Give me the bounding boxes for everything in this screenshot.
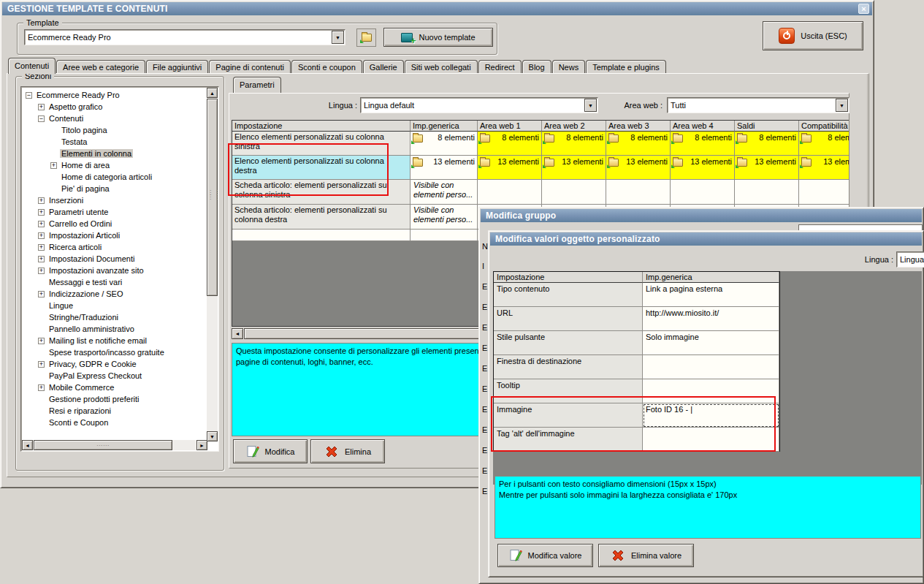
table-cell-area[interactable] — [542, 180, 606, 205]
collapse-minus-icon[interactable]: − — [26, 92, 32, 99]
tree-item-messaggi-e-testi-vari[interactable]: Messaggi e testi vari — [23, 276, 205, 288]
tree-item-lingue[interactable]: Lingue — [23, 300, 205, 311]
tree-hscroll-thumb[interactable]: ⋯⋯ — [34, 440, 172, 450]
table-row-label[interactable]: Scheda articolo: elementi personalizzati… — [232, 205, 411, 230]
valori-row-label[interactable]: Tipo contenuto — [494, 283, 643, 307]
tree-item-pannello-amministrativo[interactable]: Pannello amministrativo — [23, 323, 205, 335]
tree-item-sconti-e-coupon[interactable]: Sconti e Coupon — [23, 417, 205, 428]
tab-parametri[interactable]: Parametri — [233, 77, 281, 93]
tree-item-testata[interactable]: Testata — [23, 136, 205, 148]
tree-item-ecommerce-ready-pro[interactable]: −Ecommerce Ready Pro — [23, 89, 205, 101]
tree-vscroll-thumb[interactable]: ⋮⋮⋮⋮ — [207, 99, 218, 296]
table-cell-area[interactable]: 8 elementi — [606, 132, 671, 156]
new-template-button[interactable]: + Nuovo template — [383, 28, 493, 47]
tree-item-parametri-utente[interactable]: +Parametri utente — [23, 206, 205, 218]
tree-item-resi-e-riparazioni[interactable]: Resi e riparazioni — [23, 405, 205, 417]
tree-item-impostazioni-documenti[interactable]: +Impostazioni Documenti — [23, 253, 205, 265]
expand-plus-icon[interactable]: + — [38, 268, 45, 274]
expand-plus-icon[interactable]: + — [38, 256, 45, 262]
table-cell-area[interactable]: 13 elementi — [671, 156, 735, 180]
tree-item-gestione-prodotti-preferiti[interactable]: Gestione prodotti preferiti — [23, 393, 205, 405]
expand-plus-icon[interactable]: + — [38, 338, 45, 344]
tab-gallerie[interactable]: Gallerie — [363, 60, 404, 74]
table-cell-area[interactable] — [671, 180, 735, 205]
open-template-folder-button[interactable] — [356, 29, 376, 47]
table-cell-area[interactable]: 8 elementi — [671, 132, 735, 156]
scroll-left-icon[interactable]: ◄ — [22, 440, 33, 450]
collapse-minus-icon[interactable]: − — [38, 115, 45, 122]
tree-item-home-di-area[interactable]: +Home di area — [23, 159, 205, 171]
tab-news[interactable]: News — [552, 60, 586, 74]
chevron-down-icon[interactable]: ▼ — [332, 31, 344, 44]
elimina-valore-button[interactable]: Elimina valore — [598, 544, 694, 567]
expand-plus-icon[interactable]: + — [38, 209, 45, 216]
tab-aree-web-e-categorie[interactable]: Aree web e categorie — [56, 60, 145, 74]
scroll-up-icon[interactable]: ▲ — [207, 88, 218, 98]
tree-item-mobile-commerce[interactable]: +Mobile Commerce — [23, 382, 205, 393]
modifica-valore-button[interactable]: Modifica valore — [497, 544, 593, 567]
areaweb-combobox[interactable]: Tutti ▼ — [667, 97, 849, 113]
tab-sconti-e-coupon[interactable]: Sconti e coupon — [291, 60, 362, 74]
gruppo-titlebar[interactable]: Modifica gruppo — [481, 209, 922, 222]
table-cell-area[interactable]: 8 elementi — [799, 132, 849, 156]
expand-plus-icon[interactable]: + — [38, 244, 45, 251]
tab-siti-web-collegati[interactable]: Siti web collegati — [405, 60, 478, 74]
table-cell-area[interactable] — [606, 180, 671, 205]
table-cell-generic[interactable]: 13 elementi — [411, 156, 478, 180]
tab-redirect[interactable]: Redirect — [478, 60, 522, 74]
table-cell-area[interactable]: 8 elementi — [735, 132, 799, 156]
table-cell-generic[interactable]: Visibile con elementi perso... — [411, 180, 478, 205]
column-header-imp-generica[interactable]: Imp.generica — [643, 272, 779, 283]
table-cell-generic[interactable]: Visibile con elementi perso... — [411, 205, 478, 230]
tree-item-impostazioni-articoli[interactable]: +Impostazioni Articoli — [23, 230, 205, 241]
tree-item-indicizzazione-seo[interactable]: +Indicizzazione / SEO — [23, 288, 205, 300]
expand-plus-icon[interactable]: + — [38, 384, 45, 391]
tree-item-mailing-list-e-notifiche-email[interactable]: +Mailing list e notifiche email — [23, 335, 205, 346]
valori-row-value[interactable]: http://www.miosito.it/ — [643, 307, 779, 331]
table-cell-empty[interactable] — [232, 230, 411, 241]
scroll-left-icon[interactable]: ◄ — [232, 328, 243, 339]
tree-item-carrello-ed-ordini[interactable]: +Carrello ed Ordini — [23, 218, 205, 230]
tree-item-stringhe-traduzioni[interactable]: Stringhe/Traduzioni — [23, 311, 205, 323]
table-cell-area[interactable] — [735, 180, 799, 205]
column-header-compatibilit[interactable]: Compatibilità — [799, 121, 849, 132]
tree-item-ricerca-articoli[interactable]: +Ricerca articoli — [23, 241, 205, 253]
table-cell-area[interactable]: 13 elementi — [478, 156, 542, 180]
main-titlebar[interactable]: GESTIONE TEMPLATE E CONTENUTI × — [2, 2, 872, 15]
expand-plus-icon[interactable]: + — [38, 221, 45, 227]
column-header-area-web-3[interactable]: Area web 3 — [606, 121, 671, 132]
tree-item-aspetto-grafico[interactable]: +Aspetto grafico — [23, 101, 205, 113]
table-cell-area[interactable]: 8 elementi — [478, 132, 542, 156]
column-header-area-web-2[interactable]: Area web 2 — [542, 121, 606, 132]
table-cell-area[interactable]: 13 elementi — [799, 156, 849, 180]
expand-plus-icon[interactable]: + — [38, 197, 45, 204]
scroll-right-icon[interactable]: ► — [196, 440, 207, 450]
tab-blog[interactable]: Blog — [522, 60, 551, 74]
tree-item-spese-trasporto-incasso-gratuite[interactable]: Spese trasporto/incasso gratuite — [23, 346, 205, 358]
chevron-down-icon[interactable]: ▼ — [584, 99, 597, 112]
valori-row-value[interactable]: Link a pagina esterna — [643, 283, 779, 307]
chevron-down-icon[interactable]: ▼ — [836, 99, 848, 112]
table-cell-area[interactable]: 13 elementi — [606, 156, 671, 180]
column-header-saldi[interactable]: Saldi — [735, 121, 799, 132]
valori-titlebar[interactable]: Modifica valori oggetto personalizzato — [490, 232, 922, 246]
valori-row-value[interactable]: Solo immagine — [643, 331, 779, 355]
lingua-combobox[interactable]: Lingua default ▼ — [360, 97, 598, 113]
column-header-area-web-1[interactable]: Area web 1 — [478, 121, 542, 132]
table-cell-generic[interactable]: 8 elementi — [411, 132, 478, 156]
tree-vscrollbar[interactable]: ▲ ⋮⋮⋮⋮ ▼ — [207, 88, 218, 441]
tree-item-impostazioni-avanzate-sito[interactable]: +Impostazioni avanzate sito — [23, 265, 205, 276]
table-cell-area[interactable] — [799, 180, 849, 205]
table-cell-area[interactable]: 13 elementi — [735, 156, 799, 180]
tab-file-aggiuntivi[interactable]: File aggiuntivi — [146, 60, 208, 74]
tree-item-home-di-categoria-articoli[interactable]: Home di categoria articoli — [23, 171, 205, 183]
table-cell-area[interactable] — [478, 180, 542, 205]
tree-hscrollbar[interactable]: ◄ ⋯⋯ ► — [22, 440, 207, 450]
modifica-button[interactable]: Modifica — [233, 439, 308, 463]
tab-template-e-plugins[interactable]: Template e plugins — [586, 60, 666, 74]
template-combobox[interactable]: Ecommerce Ready Pro ▼ — [24, 29, 345, 45]
column-header-impostazione[interactable]: Impostazione — [494, 272, 643, 283]
exit-button[interactable]: Uscita (ESC) — [763, 21, 863, 50]
tree-item-privacy-gdpr-e-cookie[interactable]: +Privacy, GDPR e Cookie — [23, 358, 205, 370]
expand-plus-icon[interactable]: + — [38, 232, 45, 239]
